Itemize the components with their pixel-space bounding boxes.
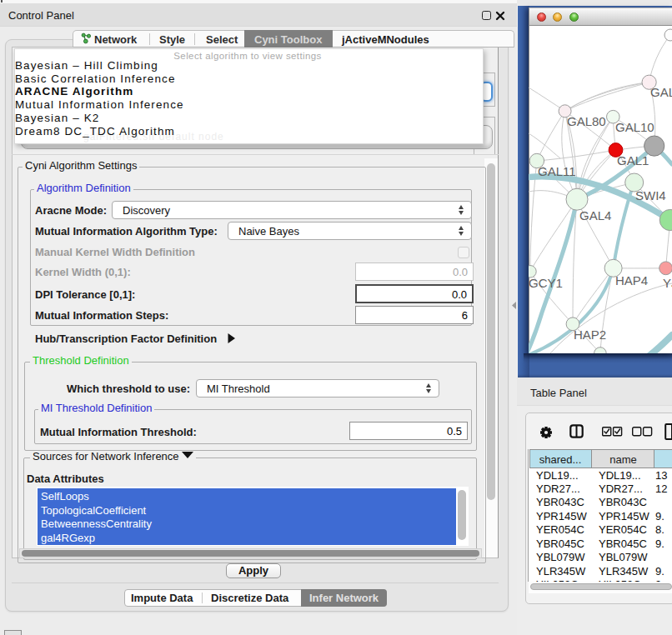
svg-text:GAL1: GAL1 [617, 153, 649, 168]
svg-text:HAP4: HAP4 [615, 273, 648, 288]
svg-text:GCY1: GCY1 [529, 276, 563, 290]
svg-text:GAL80: GAL80 [567, 114, 606, 128]
svg-text:GAL11: GAL11 [538, 164, 576, 178]
svg-text:GAL10: GAL10 [615, 120, 654, 134]
svg-text:GAL4: GAL4 [579, 208, 611, 222]
svg-text:GAL2: GAL2 [650, 85, 672, 99]
svg-text:SWI4: SWI4 [635, 188, 666, 202]
svg-text:YJ: YJ [663, 276, 672, 290]
svg-text:HAP2: HAP2 [574, 328, 606, 342]
